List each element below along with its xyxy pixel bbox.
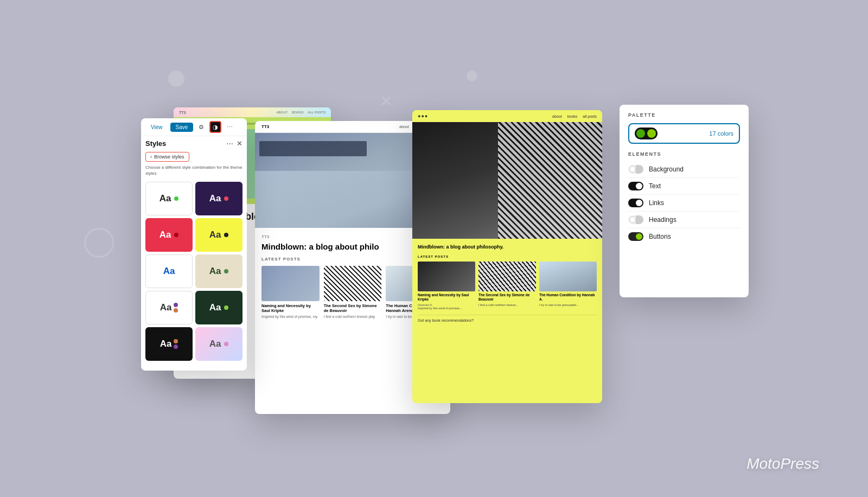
style-card-4-label: Aa xyxy=(209,230,221,240)
palette-toggle-dot-right xyxy=(647,129,656,138)
style-card-6-label: Aa xyxy=(209,266,221,277)
panel-pink-nav-posts: ALL POSTS xyxy=(308,111,326,114)
panel-blog-post-2-excerpt: I feel a cold northern breeze play xyxy=(324,315,382,318)
buttons-label: Buttons xyxy=(649,233,671,240)
style-card-9-dot2 xyxy=(174,345,178,349)
links-toggle[interactable] xyxy=(628,199,643,207)
view-button[interactable]: View xyxy=(145,123,168,132)
styles-more-icon[interactable]: ⋯ xyxy=(226,139,233,148)
more-button[interactable]: ⋯ xyxy=(224,121,235,133)
background-label: Background xyxy=(649,165,684,173)
gear-button[interactable]: ⚙ xyxy=(195,121,207,133)
text-toggle-knob xyxy=(636,183,642,189)
styles-header: Styles ⋯ ✕ xyxy=(141,136,247,151)
save-button[interactable]: Save xyxy=(170,123,194,132)
style-card-3-label: Aa xyxy=(159,230,171,240)
style-card-7-dot2 xyxy=(174,308,178,313)
headings-toggle[interactable] xyxy=(628,215,643,224)
style-card-7-dot1 xyxy=(174,303,178,307)
element-row-links: Links xyxy=(628,195,740,212)
palette-toggle-dot-left xyxy=(636,129,645,138)
style-card-10[interactable]: Aa xyxy=(195,327,242,361)
style-card-7[interactable]: Aa xyxy=(145,291,193,324)
gear-icon: ⚙ xyxy=(199,124,204,131)
panel-yellow-hero xyxy=(412,122,602,239)
style-card-4-dot xyxy=(224,233,228,237)
style-card-1[interactable]: Aa xyxy=(145,182,193,215)
bg-circle-2 xyxy=(467,71,477,81)
style-card-5-label: Aa xyxy=(163,266,175,277)
style-card-6[interactable]: Aa xyxy=(195,254,242,288)
panel-yellow-post-3-img xyxy=(539,262,597,291)
panel-blog-post-1-title: Naming and Necessity by Saul Kripke xyxy=(261,303,320,314)
panel-yellow-header: ●●● about books all posts xyxy=(412,110,602,122)
style-card-2[interactable]: Aa xyxy=(195,182,242,215)
styles-panel: View Save ⚙ ◑ ⋯ Styles ⋯ ✕ ‹ Browse sty xyxy=(141,118,247,371)
style-card-7-label: Aa xyxy=(160,302,172,313)
more-icon: ⋯ xyxy=(227,124,233,131)
panel-yellow-post-3-title: The Human Condition by Hannah A. xyxy=(539,293,597,302)
background-toggle-knob xyxy=(629,166,636,173)
style-card-9-dot1 xyxy=(174,339,178,343)
style-cards-grid: Aa Aa Aa Aa Aa xyxy=(141,180,247,363)
panel-yellow-post-1-title: Naming and Necessity by Saul Kripke xyxy=(418,293,475,302)
contrast-button[interactable]: ◑ xyxy=(209,121,221,133)
style-card-2-dot xyxy=(224,196,228,201)
styles-toolbar: View Save ⚙ ◑ ⋯ xyxy=(141,118,247,136)
buttons-toggle[interactable] xyxy=(628,232,643,241)
buttons-toggle-knob xyxy=(636,233,642,240)
panel-yellow-post-1: Naming and Necessity by Saul Kripke Hann… xyxy=(418,262,475,311)
panel-yellow-dots: ●●● xyxy=(418,113,428,119)
panel-blog-post-1-img xyxy=(261,266,320,301)
style-card-4[interactable]: Aa xyxy=(195,218,242,252)
styles-actions: ⋯ ✕ xyxy=(226,139,242,148)
style-card-10-label: Aa xyxy=(209,339,221,349)
style-card-5[interactable]: Aa xyxy=(145,254,193,288)
styles-close-icon[interactable]: ✕ xyxy=(237,139,242,148)
panel-pink-header: TT3 ABOUT BOOKS ALL POSTS xyxy=(174,107,331,117)
style-card-3[interactable]: Aa xyxy=(145,218,193,252)
panel-yellow-footer: Got any book recommendations? xyxy=(418,315,597,322)
panel-blog-logo: TT3 xyxy=(261,124,269,129)
elements-section: ELEMENTS Background Text Links xyxy=(628,151,740,245)
style-card-10-dot xyxy=(224,342,228,346)
panel-blog-post-2: The Second Sex by Simone de Beauvoir I f… xyxy=(324,266,382,319)
palette-colors-count: 17 colors xyxy=(658,130,733,137)
panel-yellow: ●●● about books all posts Mindblown: a b… xyxy=(412,110,602,403)
element-row-background: Background xyxy=(628,161,740,178)
style-card-8[interactable]: Aa xyxy=(195,291,242,324)
panel-pink-nav: ABOUT BOOKS ALL POSTS xyxy=(277,111,326,114)
style-card-8-dot xyxy=(224,305,228,310)
panel-blog-post-1: Naming and Necessity by Saul Kripke Insp… xyxy=(261,266,320,319)
text-toggle[interactable] xyxy=(628,182,643,190)
panel-yellow-post-1-img xyxy=(418,262,475,291)
panel-yellow-headline: Mindblown: a blog about philosophy. xyxy=(418,244,597,251)
panel-yellow-post-2-img xyxy=(478,262,536,291)
panel-pink-nav-books: BOOKS xyxy=(292,111,303,114)
panel-pink-nav-about: ABOUT xyxy=(277,111,288,114)
browse-styles-button[interactable]: ‹ Browse styles xyxy=(145,152,189,162)
palette-section-title: PALETTE xyxy=(628,112,740,118)
bg-ring-1 xyxy=(84,228,114,258)
style-card-6-dot xyxy=(224,269,228,273)
panel-yellow-post-1-excerpt: Inspired by this wind of promise... xyxy=(418,307,475,311)
background-toggle[interactable] xyxy=(628,165,643,174)
style-card-1-label: Aa xyxy=(159,193,171,204)
browse-styles-desc: Choose a different style combination for… xyxy=(145,164,242,176)
style-card-9-dots xyxy=(174,339,178,349)
panel-yellow-nav-about: about xyxy=(552,114,562,118)
style-card-1-dot xyxy=(174,196,178,201)
palette-color-row[interactable]: 17 colors xyxy=(628,123,740,144)
panel-yellow-nav: about books all posts xyxy=(552,114,597,118)
style-card-9[interactable]: Aa xyxy=(145,327,193,361)
bg-circle-1 xyxy=(168,71,184,87)
panel-yellow-post-2: The Second Sex by Simone de Beauvoir I f… xyxy=(478,262,536,311)
panel-yellow-hero-stripes xyxy=(498,122,603,239)
panel-blog-post-2-title: The Second Sex by Simone de Beauvoir xyxy=(324,303,382,314)
panel-yellow-posts: Naming and Necessity by Saul Kripke Hann… xyxy=(418,262,597,311)
links-label: Links xyxy=(649,199,664,207)
panel-yellow-post-3-excerpt: I try in vain to be persuaded... xyxy=(539,303,597,308)
panel-yellow-nav-posts: all posts xyxy=(583,114,597,118)
panel-yellow-latest: LATEST POSTS xyxy=(418,255,597,258)
element-row-headings: Headings xyxy=(628,212,740,228)
